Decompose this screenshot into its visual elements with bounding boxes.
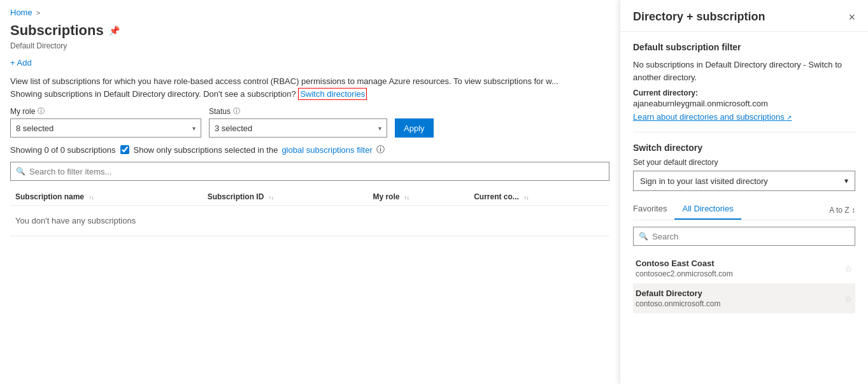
- global-filter-checkbox-label: Show only subscriptions selected in the …: [120, 144, 384, 155]
- table-search-box: 🔍: [10, 162, 609, 181]
- apply-button[interactable]: Apply: [395, 118, 434, 138]
- subscriptions-table: Subscription name ↑↓ Subscription ID ↑↓ …: [10, 188, 609, 236]
- default-dir-dropdown[interactable]: Sign in to your last visited directory ▾: [633, 171, 855, 191]
- dir-item-name-1: Default Directory: [636, 288, 720, 298]
- global-filter-info-icon[interactable]: ⓘ: [376, 144, 385, 155]
- current-dir-value: ajaneaburnleygmail.onmicrosoft.com: [633, 99, 855, 108]
- col-cost-sort-icon[interactable]: ↑↓: [523, 196, 529, 201]
- dir-item-domain-1: contoso.onmicrosoft.com: [636, 299, 720, 308]
- status-chevron-icon: ▾: [378, 125, 381, 132]
- page-title: Subscriptions 📌: [10, 22, 609, 39]
- add-button[interactable]: + Add: [10, 58, 32, 68]
- default-filter-title: Default subscription filter: [633, 42, 855, 52]
- default-dir-value: Sign in to your last visited directory: [640, 176, 768, 186]
- directory-item-0[interactable]: Contoso East Coast contosoec2.onmicrosof…: [633, 253, 855, 283]
- panel-title: Directory + subscription: [633, 10, 765, 24]
- switch-directories-link[interactable]: Switch directories: [298, 88, 367, 100]
- global-filter-checkbox[interactable]: [120, 145, 129, 154]
- table-search-icon: 🔍: [16, 167, 25, 176]
- dir-search-icon: 🔍: [639, 232, 648, 241]
- status-info-icon[interactable]: ⓘ: [233, 106, 240, 116]
- learn-link[interactable]: Learn about directories and subscription…: [633, 112, 792, 122]
- panel-header: Directory + subscription ×: [620, 0, 868, 32]
- switch-directory-section: Switch directory Set your default direct…: [633, 143, 855, 313]
- col-subscription-id: Subscription ID ↑↓: [203, 188, 368, 206]
- external-link-icon: ↗: [786, 114, 792, 121]
- directory-search-input[interactable]: [652, 232, 850, 241]
- col-subscription-name: Subscription name ↑↓: [10, 188, 203, 206]
- col-role-sort-icon[interactable]: ↑↓: [404, 196, 409, 201]
- my-role-filter: My role ⓘ 8 selected ▾: [10, 106, 201, 138]
- status-label: Status ⓘ: [209, 106, 387, 116]
- tab-favorites[interactable]: Favorites: [633, 200, 674, 220]
- showing-row: Showing 0 of 0 subscriptions Show only s…: [10, 144, 609, 155]
- dir-item-domain-0: contosoec2.onmicrosoft.com: [636, 269, 733, 278]
- col-my-role: My role ↑↓: [367, 188, 469, 206]
- dropdown-chevron-icon: ▾: [844, 176, 848, 185]
- set-default-label: Set your default directory: [633, 158, 855, 167]
- side-panel: Directory + subscription × Default subsc…: [620, 0, 868, 384]
- dir-item-name-0: Contoso East Coast: [636, 259, 733, 268]
- my-role-label: My role ⓘ: [10, 106, 201, 116]
- panel-body: Default subscription filter No subscript…: [620, 32, 868, 384]
- description-text: View list of subscriptions for which you…: [10, 75, 609, 100]
- status-select[interactable]: 3 selected ▾: [209, 118, 387, 138]
- filters-row: My role ⓘ 8 selected ▾ Status ⓘ 3 select…: [10, 106, 609, 138]
- my-role-select[interactable]: 8 selected ▾: [10, 118, 201, 138]
- directory-item-1[interactable]: Default Directory contoso.onmicrosoft.co…: [633, 283, 855, 313]
- status-filter: Status ⓘ 3 selected ▾: [209, 106, 387, 138]
- global-filter-link[interactable]: global subscriptions filter: [281, 145, 372, 155]
- col-name-sort-icon[interactable]: ↑↓: [89, 196, 94, 201]
- tab-all-directories[interactable]: All Directories: [674, 200, 741, 220]
- breadcrumb-separator: >: [36, 9, 40, 17]
- col-id-sort-icon[interactable]: ↑↓: [269, 196, 274, 201]
- switch-dir-title: Switch directory: [633, 143, 855, 153]
- pin-icon[interactable]: 📌: [109, 25, 120, 36]
- my-role-info-icon[interactable]: ⓘ: [38, 106, 45, 116]
- sort-label[interactable]: A to Z ↕: [829, 206, 855, 215]
- default-filter-section: Default subscription filter No subscript…: [633, 42, 855, 122]
- panel-divider: [633, 132, 855, 132]
- directory-search-box: 🔍: [633, 227, 855, 246]
- dir-item-star-0[interactable]: ☆: [844, 264, 853, 274]
- current-dir-label: Current directory:: [633, 89, 855, 97]
- dir-item-star-1[interactable]: ☆: [844, 294, 853, 304]
- main-content: Home > Subscriptions 📌 Default Directory…: [0, 0, 620, 384]
- my-role-chevron-icon: ▾: [192, 125, 196, 132]
- empty-message: You don't have any subscriptions: [10, 206, 609, 236]
- showing-count: Showing 0 of 0 subscriptions: [10, 145, 115, 155]
- table-empty-row: You don't have any subscriptions: [10, 206, 609, 236]
- directory-tabs: Favorites All Directories A to Z ↕: [633, 200, 855, 220]
- breadcrumb: Home >: [10, 8, 609, 17]
- col-current-cost: Current co... ↑↓: [469, 188, 609, 206]
- default-filter-info: No subscriptions in Default Directory di…: [633, 59, 855, 83]
- table-search-input[interactable]: [29, 167, 604, 176]
- breadcrumb-home[interactable]: Home: [10, 8, 32, 17]
- page-subtitle: Default Directory: [10, 41, 609, 50]
- panel-close-button[interactable]: ×: [848, 11, 855, 23]
